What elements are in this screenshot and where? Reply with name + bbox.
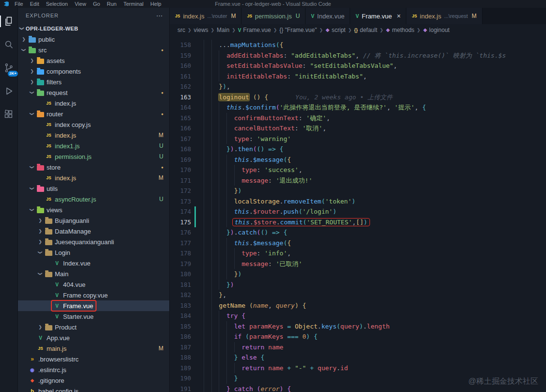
code-token: { — [280, 145, 284, 153]
menu-go[interactable]: Go — [90, 1, 104, 7]
indent-guide — [211, 342, 219, 353]
tab-index-js[interactable]: JSindex.js...\routerM — [170, 8, 241, 24]
indent-guide — [226, 165, 234, 175]
js-file-icon: JS — [46, 101, 51, 106]
breadcrumb-item-methods[interactable]: ❖methods — [386, 27, 415, 33]
code-text: this.$confirm('此操作将退出当前登录, 是否继续?', '提示',… — [196, 102, 426, 113]
indent-guide — [226, 134, 234, 144]
tree-item-request[interactable]: ❯request● — [18, 87, 169, 98]
tree-item-eslintrc-js[interactable]: ◉.eslintrc.js — [18, 364, 169, 375]
tree-item-components[interactable]: ❯components — [18, 66, 169, 77]
tree-item-frame-copy-vue[interactable]: VFrame copy.vue — [18, 290, 169, 300]
tree-item-index1-js[interactable]: JSindex1.jsU — [18, 141, 169, 151]
code-token: type — [234, 135, 249, 142]
code-token: 'SET_ROUTES' — [306, 219, 352, 226]
breadcrumb-item-main[interactable]: Main — [217, 27, 229, 33]
tree-item-index-js[interactable]: JSindex.jsM — [18, 130, 169, 141]
menu-selection[interactable]: Selection — [43, 1, 71, 7]
tree-item-src[interactable]: ❯src● — [18, 45, 169, 55]
menu-edit[interactable]: Edit — [27, 1, 43, 7]
source-control-icon[interactable]: 2K+ — [2, 61, 16, 75]
menu-run[interactable]: Run — [103, 1, 120, 7]
indent-guide — [219, 206, 226, 217]
line-number: 170 — [170, 165, 191, 175]
breadcrumb-item-loginout[interactable]: ❖loginout — [423, 27, 450, 33]
tree-item-index-vue[interactable]: VIndex.vue — [18, 258, 169, 268]
tree-item-label: index.js — [55, 132, 76, 139]
tree-item-public[interactable]: ❯public — [18, 34, 169, 45]
code-token: ) — [238, 270, 241, 278]
close-icon[interactable]: × — [397, 12, 401, 20]
explorer-icon[interactable] — [2, 15, 16, 28]
tree-item-login[interactable]: ❯Login — [18, 247, 169, 258]
run-debug-icon[interactable] — [2, 84, 16, 98]
indent-guide — [226, 259, 234, 269]
tree-item-router[interactable]: ❯router● — [18, 109, 169, 119]
tree-item-views[interactable]: ❯views — [18, 204, 169, 215]
indent-guide — [204, 61, 211, 71]
breadcrumb-item-frame-vue[interactable]: {} "Frame.vue" — [279, 27, 317, 33]
tab-permission-js[interactable]: JSpermission.jsU — [241, 8, 305, 24]
git-status-badge: M — [159, 132, 163, 139]
tree-item-main[interactable]: ❯Main — [18, 268, 169, 279]
breadcrumb-item-src[interactable]: src — [177, 27, 185, 33]
tree-item-asyncrouter-js[interactable]: JSasyncRouter.jsU — [18, 194, 169, 204]
vue-file-icon: V — [311, 14, 314, 19]
breadcrumb-item-views[interactable]: views — [194, 27, 209, 33]
indent-guide — [211, 331, 219, 342]
file-icon-cell — [36, 164, 45, 171]
tree-item-index-js[interactable]: JSindex.js — [18, 98, 169, 109]
menu-help[interactable]: Help — [147, 1, 165, 7]
tree-item-index-js[interactable]: JSindex.jsM — [18, 172, 169, 183]
breadcrumb-item-script[interactable]: ❖script — [325, 27, 346, 33]
tree-item-assets[interactable]: ❯assets — [18, 55, 169, 66]
tree-item-main-js[interactable]: JSmain.jsM — [18, 343, 169, 354]
ellipsis-icon[interactable]: ⋯ — [156, 12, 163, 19]
code-line: 164 this.$confirm('此操作将退出当前登录, 是否继续?', '… — [170, 102, 546, 113]
tree-item-index-copy-js[interactable]: JSindex copy.js — [18, 119, 169, 130]
tree-item-browserslistrc[interactable]: ».browserslistrc — [18, 354, 169, 364]
code-token: "addEditableTabs" — [291, 52, 355, 59]
code-line: 165 confirmButtonText: '确定', — [170, 113, 546, 124]
code-token: push — [283, 208, 298, 215]
tree-item-filters[interactable]: ❯filters — [18, 77, 169, 87]
extensions-icon[interactable] — [2, 108, 16, 121]
menu-terminal[interactable]: Terminal — [120, 1, 147, 7]
file-icon-cell — [44, 238, 53, 245]
tree-item-app-vue[interactable]: VApp.vue — [18, 332, 169, 343]
file-icon-cell — [44, 249, 53, 256]
tree-item-bujianguanli[interactable]: ❯Bujianguanli — [18, 215, 169, 226]
line-number: 177 — [170, 238, 191, 249]
code-line: 169 this.$message({ — [170, 155, 546, 165]
tab-frame-vue[interactable]: VFrame.vue× — [350, 8, 406, 24]
tree-item-permission-js[interactable]: JSpermission.jsU — [18, 151, 169, 162]
tree-item-utils[interactable]: ❯utils — [18, 183, 169, 194]
code-token: ( — [253, 145, 257, 153]
code-token: initEditableTabs — [226, 73, 287, 80]
tree-item-gitignore[interactable]: ◆.gitignore — [18, 375, 169, 386]
menu-view[interactable]: View — [71, 1, 90, 7]
code-editor[interactable]: 158 ...mapMutations({159 addEditableTabs… — [170, 36, 546, 392]
tree-item-404-vue[interactable]: V404.vue — [18, 279, 169, 290]
chevron-right-icon: ❯ — [36, 325, 44, 329]
breadcrumb-label: Frame.vue — [243, 27, 271, 33]
line-number: 158 — [170, 40, 191, 50]
menu-file[interactable]: File — [11, 1, 27, 7]
file-icon-cell — [44, 217, 53, 224]
tree-item-product[interactable]: ❯Product — [18, 322, 169, 332]
tree-item-babel-config-js[interactable]: bbabel.config.js — [18, 386, 169, 392]
indent-guide — [219, 217, 226, 228]
tree-item-juesequanxianguanli[interactable]: ❯Juesequanxianguanli — [18, 236, 169, 247]
tab-index-js[interactable]: JSindex.js...\requestM — [406, 8, 482, 24]
breadcrumb: src❯views❯Main❯VFrame.vue❯{} "Frame.vue"… — [170, 24, 546, 36]
search-icon[interactable] — [2, 38, 16, 51]
breadcrumb-item-default[interactable]: {}default — [354, 27, 377, 33]
tree-item-frame-vue[interactable]: VFrame.vue — [18, 300, 169, 311]
tree-item-starter-vue[interactable]: VStarter.vue — [18, 311, 169, 322]
breadcrumb-item-frame-vue[interactable]: VFrame.vue — [238, 27, 271, 33]
tree-item-store[interactable]: ❯store● — [18, 162, 169, 172]
project-root-row[interactable]: ❯ OPR-LEDGER-WEB — [18, 23, 169, 34]
code-text: }).catch(() => { — [196, 227, 287, 238]
tree-item-datamanage[interactable]: ❯DataManage — [18, 226, 169, 236]
tab-index-vue[interactable]: VIndex.vue — [305, 8, 350, 24]
